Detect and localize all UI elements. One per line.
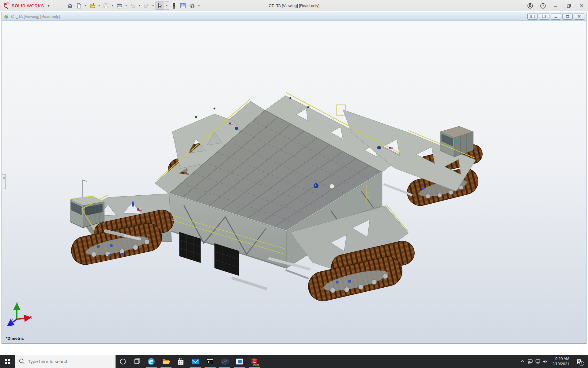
options-button[interactable]	[188, 2, 197, 10]
cast-display-icon	[527, 359, 533, 364]
file-explorer-icon	[162, 358, 170, 365]
new-document-dropdown[interactable]: ▼	[84, 2, 88, 10]
select-arrow-icon	[157, 3, 162, 9]
restore-button[interactable]	[562, 0, 575, 11]
open-button[interactable]	[88, 2, 97, 10]
triad-z-label: Z	[11, 318, 13, 322]
crawler-transporter-model	[2, 21, 586, 343]
network-tray-icon[interactable]	[534, 355, 541, 368]
print-dropdown[interactable]: ▼	[124, 2, 128, 10]
show-left-pane-button[interactable]	[527, 13, 538, 20]
account-button[interactable]	[524, 0, 537, 11]
save-icon	[103, 3, 109, 9]
performance-pipeline-button[interactable]	[170, 2, 178, 10]
print-button[interactable]	[115, 2, 124, 10]
help-button[interactable]: ?	[537, 0, 549, 11]
close-icon	[579, 4, 584, 8]
solidworks-logo-icon	[2, 2, 10, 10]
doc-minimize-icon	[554, 15, 558, 18]
minimize-button[interactable]	[549, 0, 562, 11]
app-client-area: CT_TA [Viewing] [Read-only]	[0, 11, 588, 355]
taskbar-app-window[interactable]	[232, 355, 247, 368]
app-window-icon	[236, 358, 243, 365]
taskbar-clock[interactable]: 9:20 AM 2/19/2021	[549, 355, 572, 368]
operator-cab-left	[70, 180, 104, 228]
undo-icon	[130, 3, 136, 9]
feature-panel-collapsed-tab[interactable]	[2, 174, 6, 189]
open-folder-icon	[89, 3, 96, 9]
undo-dropdown[interactable]: ▼	[138, 2, 141, 10]
show-desktop-button[interactable]	[586, 355, 588, 368]
taskbar-app-hexagon-utility[interactable]	[217, 355, 232, 368]
hidden-icons-chevron[interactable]	[518, 355, 526, 368]
viewport-3d[interactable]: Y X Z *Dimetric	[2, 21, 586, 343]
gear-icon	[189, 3, 195, 9]
save-button[interactable]	[102, 2, 110, 10]
action-center-button[interactable]: 1	[572, 355, 586, 368]
undo-button[interactable]	[129, 2, 137, 10]
taskbar-app-command-prompt[interactable]	[203, 355, 217, 368]
save-dropdown[interactable]: ▼	[111, 2, 115, 10]
doc-restore-icon	[566, 15, 569, 18]
search-input[interactable]	[15, 355, 116, 368]
taskbar-app-solidworks[interactable]: SW 2021	[247, 355, 262, 368]
taskbar-app-store[interactable]	[173, 355, 188, 368]
store-icon	[177, 358, 184, 365]
doc-minimize-button[interactable]	[551, 13, 561, 20]
doc-close-button[interactable]	[574, 13, 584, 20]
hexagon-utility-icon	[221, 358, 229, 365]
print-icon	[116, 3, 123, 9]
network-icon	[535, 359, 541, 364]
clock-time: 9:20 AM	[555, 356, 569, 362]
command-prompt-icon	[206, 358, 214, 365]
document-window: CT_TA [Viewing] [Read-only]	[2, 12, 586, 344]
document-title: CT_TA [Viewing] [Read-only]	[11, 14, 60, 19]
taskbar-app-edge[interactable]	[144, 355, 159, 368]
select-tool-dropdown[interactable]: ▼	[165, 2, 169, 10]
assembly-document-icon	[4, 14, 9, 19]
show-right-pane-button[interactable]	[539, 13, 549, 20]
doc-restore-button[interactable]	[562, 13, 573, 20]
svg-text:?: ?	[542, 4, 544, 8]
home-button[interactable]	[66, 2, 74, 10]
home-icon	[67, 3, 73, 9]
brand-solid: SOLID	[12, 3, 26, 8]
account-icon	[527, 3, 533, 9]
taskbar-app-file-explorer[interactable]	[159, 355, 173, 368]
solidworks-year-badge: 2021	[253, 363, 259, 366]
close-button[interactable]	[575, 0, 588, 11]
mail-icon	[191, 358, 199, 365]
task-view-icon	[133, 358, 141, 365]
traffic-light-icon	[172, 3, 176, 9]
open-dropdown[interactable]: ▼	[97, 2, 101, 10]
desktop: SOLIDWORKS ▼ ▼ ▼ ▼	[0, 0, 588, 368]
windows-logo-icon	[5, 359, 10, 364]
app-titlebar[interactable]: SOLIDWORKS ▼ ▼ ▼ ▼	[0, 0, 588, 12]
redo-dropdown[interactable]: ▼	[151, 2, 155, 10]
search-icon	[19, 358, 25, 364]
volume-muted-icon	[543, 359, 548, 364]
brand-works: WORKS	[27, 3, 44, 8]
taskbar: SW 2021 9:20 AM 2/19/2021	[0, 355, 588, 368]
display-properties-button[interactable]	[179, 2, 187, 10]
volume-muted-tray-icon[interactable]	[541, 355, 549, 368]
brand-flyout-arrow-icon[interactable]	[48, 5, 50, 7]
quick-access-toolbar: ▼ ▼ ▼ ▼ ▼ ▼ ▼	[66, 2, 201, 10]
cast-display-tray-icon[interactable]	[526, 355, 534, 368]
document-titlebar[interactable]: CT_TA [Viewing] [Read-only]	[2, 12, 586, 21]
triad-x-label: X	[29, 316, 32, 319]
start-button[interactable]	[0, 355, 15, 368]
orientation-triad: Y X Z	[6, 301, 36, 332]
system-tray: 9:20 AM 2/19/2021 1	[518, 355, 588, 368]
select-tool-button[interactable]	[156, 2, 164, 10]
taskbar-search[interactable]	[15, 355, 116, 368]
solidworks-logo: SOLIDWORKS	[0, 2, 53, 10]
restore-icon	[567, 4, 571, 8]
cortana-button[interactable]	[116, 355, 130, 368]
document-window-buttons	[527, 13, 584, 20]
new-document-button[interactable]	[75, 2, 83, 10]
options-dropdown[interactable]: ▼	[197, 2, 201, 10]
taskbar-app-mail[interactable]	[188, 355, 203, 368]
task-view-button[interactable]	[130, 355, 144, 368]
redo-button[interactable]	[142, 2, 151, 10]
